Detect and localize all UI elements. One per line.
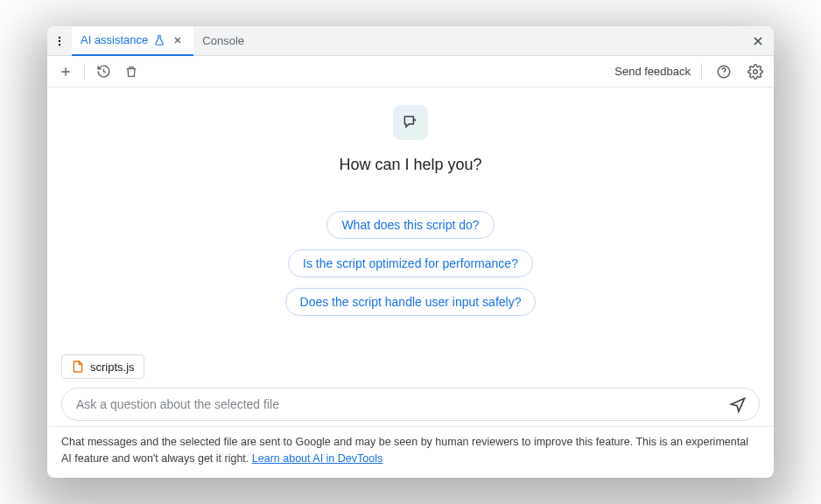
help-icon (716, 64, 732, 80)
close-icon (172, 35, 183, 46)
selected-file-name: scripts.js (90, 360, 135, 374)
svg-point-1 (59, 40, 60, 42)
suggestions-list: What does this script do? Is the script … (285, 211, 537, 316)
devtools-panel: AI assistance Console Send feedback (47, 26, 774, 478)
sparkle-chat-icon (402, 114, 419, 131)
plus-icon (59, 65, 73, 79)
svg-point-5 (754, 70, 758, 74)
close-panel-button[interactable] (742, 26, 774, 56)
new-chat-button[interactable] (54, 60, 77, 83)
vertical-dots-icon (53, 35, 66, 47)
more-menu-button[interactable] (47, 26, 72, 56)
disclaimer: Chat messages and the selected file are … (47, 426, 774, 478)
hero-icon-badge (393, 105, 428, 140)
tab-bar: AI assistance Console (47, 26, 774, 56)
help-button[interactable] (712, 60, 735, 83)
close-icon (751, 34, 765, 48)
svg-point-0 (59, 37, 60, 38)
hero-title: How can I help you? (339, 156, 481, 174)
separator (84, 64, 85, 80)
suggestion-button[interactable]: Does the script handle user input safely… (285, 288, 537, 316)
input-row (47, 379, 774, 426)
flask-icon (153, 34, 165, 46)
disclaimer-text: Chat messages and the selected file are … (61, 436, 748, 465)
selected-file-row: scripts.js (47, 354, 774, 379)
selected-file-chip[interactable]: scripts.js (61, 354, 144, 379)
send-feedback-link[interactable]: Send feedback (614, 65, 691, 78)
svg-point-2 (59, 44, 60, 46)
question-input[interactable] (76, 397, 719, 411)
svg-point-4 (723, 74, 724, 75)
send-icon (729, 396, 747, 413)
file-icon (71, 360, 85, 374)
send-button[interactable] (726, 392, 750, 416)
history-button[interactable] (92, 60, 115, 83)
disclaimer-link[interactable]: Learn about AI in DevTools (252, 452, 382, 465)
tab-label: Console (202, 34, 244, 47)
tab-ai-assistance[interactable]: AI assistance (72, 26, 193, 56)
close-tab-button[interactable] (171, 33, 185, 47)
history-icon (96, 64, 111, 79)
suggestion-button[interactable]: Is the script optimized for performance? (288, 249, 533, 277)
tab-console[interactable]: Console (193, 26, 253, 56)
tab-label: AI assistance (81, 33, 148, 46)
settings-button[interactable] (744, 60, 767, 83)
separator (701, 64, 702, 80)
main-content: How can I help you? What does this scrip… (47, 88, 774, 325)
toolbar: Send feedback (47, 56, 774, 88)
gear-icon (747, 64, 763, 80)
suggestion-button[interactable]: What does this script do? (326, 211, 494, 239)
delete-button[interactable] (120, 60, 143, 83)
question-input-wrap (61, 388, 760, 421)
trash-icon (124, 65, 138, 79)
